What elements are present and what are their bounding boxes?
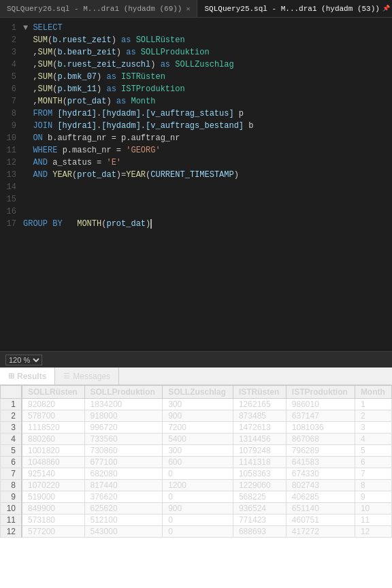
table-row: 81070220817440120012290608027438	[1, 480, 392, 491]
messages-icon: ☰	[63, 372, 70, 380]
table-cell: 0	[163, 468, 233, 480]
table-cell: 900	[163, 410, 233, 422]
table-cell: 677100	[84, 457, 163, 468]
table-cell: 730860	[84, 445, 163, 457]
table-row: 5100182073086030010792487962895	[1, 445, 392, 457]
row-number: 2	[1, 410, 22, 422]
table-row: 951900037662005682254062859	[1, 491, 392, 503]
table-cell: 300	[163, 399, 233, 410]
table-cell: 802743	[286, 480, 355, 491]
table-cell: 519000	[22, 491, 84, 503]
table-cell: 688693	[233, 526, 286, 538]
bottom-section: ⊞ Results ☰ Messages SOLLRüstenSOLLProdu…	[0, 368, 392, 588]
table-cell: 600	[163, 457, 233, 468]
table-cell: 4	[355, 434, 391, 445]
table-row: 1920820183420030012621659860101	[1, 399, 392, 410]
row-number: 4	[1, 434, 22, 445]
row-number: 9	[1, 491, 22, 503]
table-cell: 0	[163, 491, 233, 503]
table-cell: 682080	[84, 468, 163, 480]
table-cell: 0	[163, 526, 233, 538]
tab-query25-label: SQLQuery25.sql - M...dra1 (hydadm (53))	[204, 5, 379, 13]
table-cell: 1314456	[233, 434, 286, 445]
row-number: 1	[1, 399, 22, 410]
col-header-month: Month	[355, 386, 391, 399]
table-body: 1920820183420030012621659860101257870091…	[1, 399, 392, 538]
table-cell: 625620	[84, 503, 163, 514]
table-cell: 936524	[233, 503, 286, 514]
table-cell: 300	[163, 445, 233, 457]
table-cell: 12	[355, 526, 391, 538]
table-cell: 637147	[286, 410, 355, 422]
table-cell: 1079248	[233, 445, 286, 457]
table-cell: 867068	[286, 434, 355, 445]
row-number: 3	[1, 422, 22, 434]
code-content[interactable]: ▼ SELECT SUM(b.ruest_zeit) as SOLLRüsten…	[20, 22, 392, 347]
table-cell: 1058363	[233, 468, 286, 480]
table-cell: 771423	[233, 514, 286, 526]
table-cell: 651140	[286, 503, 355, 514]
table-cell: 733560	[84, 434, 163, 445]
row-number: 10	[1, 503, 22, 514]
zoom-bar: 120 % 100 % 80 %	[0, 351, 392, 368]
tab-query26-label: SQLQuery26.sql - M...dra1 (hydadm (69))	[7, 5, 182, 13]
table-cell: 1070220	[22, 480, 84, 491]
table-cell: 1001820	[22, 445, 84, 457]
results-tab-label: Results	[17, 372, 46, 381]
results-icon: ⊞	[8, 372, 14, 380]
table-cell: 5	[355, 445, 391, 457]
table-cell: 9	[355, 491, 391, 503]
table-cell: 996720	[84, 422, 163, 434]
table-cell: 578700	[22, 410, 84, 422]
tab-query26-close[interactable]: ✕	[186, 5, 190, 13]
editor-area: 1234567891011121314151617 ▼ SELECT SUM(b…	[0, 18, 392, 351]
table-cell: 986010	[286, 399, 355, 410]
table-row: 311185209967207200147261310810363	[1, 422, 392, 434]
zoom-select[interactable]: 120 % 100 % 80 %	[5, 355, 42, 365]
col-header-istrüsten: ISTRüsten	[233, 386, 286, 399]
row-number: 12	[1, 526, 22, 538]
table-cell: 0	[163, 514, 233, 526]
table-header-row: SOLLRüstenSOLLProduktionSOLLZuschlagISTR…	[1, 386, 392, 399]
table-row: 7925140682080010583636743307	[1, 468, 392, 480]
table-cell: 1262165	[233, 399, 286, 410]
results-table-wrap[interactable]: SOLLRüstenSOLLProduktionSOLLZuschlagISTR…	[0, 385, 392, 588]
table-cell: 7200	[163, 422, 233, 434]
messages-tab-label: Messages	[73, 372, 110, 381]
table-cell: 920820	[22, 399, 84, 410]
table-cell: 925140	[22, 468, 84, 480]
table-cell: 5400	[163, 434, 233, 445]
col-header-sollrüsten: SOLLRüsten	[22, 386, 84, 399]
col-header-sollzuschlag: SOLLZuschlag	[163, 386, 233, 399]
table-cell: 1229060	[233, 480, 286, 491]
table-cell: 1200	[163, 480, 233, 491]
table-row: 4880260733560540013144568670684	[1, 434, 392, 445]
row-number: 11	[1, 514, 22, 526]
table-cell: 880260	[22, 434, 84, 445]
table-cell: 641583	[286, 457, 355, 468]
line-numbers: 1234567891011121314151617	[0, 22, 20, 347]
table-cell: 512100	[84, 514, 163, 526]
tab-query26[interactable]: SQLQuery26.sql - M...dra1 (hydadm (69)) …	[0, 0, 197, 17]
tab-pin-icon: 📌	[382, 5, 390, 12]
table-cell: 1048860	[22, 457, 84, 468]
table-cell: 8	[355, 480, 391, 491]
row-number: 5	[1, 445, 22, 457]
col-header-istproduktion: ISTProduktion	[286, 386, 355, 399]
results-table: SOLLRüstenSOLLProduktionSOLLZuschlagISTR…	[0, 385, 392, 538]
tab-query25[interactable]: SQLQuery25.sql - M...dra1 (hydadm (53)) …	[197, 0, 392, 17]
row-number: 6	[1, 457, 22, 468]
table-cell: 460751	[286, 514, 355, 526]
table-row: 1084990062562090093652465114010	[1, 503, 392, 514]
tab-results[interactable]: ⊞ Results	[0, 368, 55, 385]
table-cell: 543000	[84, 526, 163, 538]
tab-messages[interactable]: ☰ Messages	[55, 368, 119, 385]
table-cell: 573180	[22, 514, 84, 526]
table-row: 12577200543000068869341727212	[1, 526, 392, 538]
table-cell: 7	[355, 468, 391, 480]
table-cell: 873485	[233, 410, 286, 422]
table-cell: 577200	[22, 526, 84, 538]
table-cell: 1834200	[84, 399, 163, 410]
table-cell: 376620	[84, 491, 163, 503]
table-cell: 1081036	[286, 422, 355, 434]
